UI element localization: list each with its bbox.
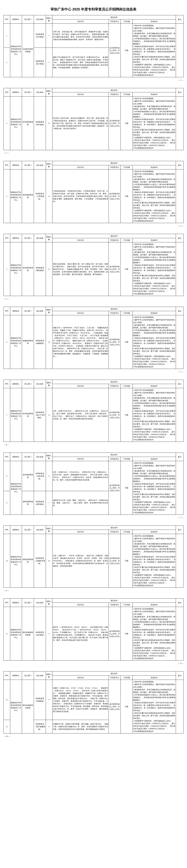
- page-number: — 3 —: [3, 225, 184, 227]
- page-10: 序号招聘单位用人部门岗位名称招聘人数报名条件备注 专业方向学历及学位工作经验其他…: [3, 671, 184, 737]
- th-num: 招聘人数: [46, 15, 52, 24]
- page-8: 序号招聘单位用人部门岗位名称招聘人数报名条件备注 专业方向学历及学位工作经验其他…: [3, 526, 184, 591]
- recruitment-table-p9: 序号招聘单位用人部门岗位名称招聘人数报名条件备注 专业方向学历及学位工作经验其他…: [3, 598, 184, 660]
- cell-major: 光学工程、光电信息工程、光学仪器及技术、测量技术与仪器、仪器科学与技术、电子信息…: [52, 24, 109, 48]
- page-7: 序号招聘单位用人部门岗位名称招聘人数报名条件备注 专业方向学历及学位工作经验其他…: [3, 453, 184, 519]
- page-9: 序号招聘单位用人部门岗位名称招聘人数报名条件备注 专业方向学历及学位工作经验其他…: [3, 598, 184, 664]
- th-exp: 工作经验: [120, 20, 133, 24]
- page-number: — 9 —: [3, 662, 184, 664]
- table-row: 6国家知识产权局专利局专利审查协作广东中心机械发明审查部 专利审查员（机械领域）…: [4, 315, 184, 369]
- page-6: 序号招聘单位用人部门岗位名称招聘人数报名条件备注 专业方向学历及学位工作经验其他…: [3, 380, 184, 446]
- page-number: — 1 —: [3, 79, 184, 81]
- page-number: — 6 —: [3, 443, 184, 446]
- th-post: 岗位名称: [34, 15, 46, 24]
- th-seq: 序号: [4, 15, 10, 24]
- cell-post: 专利审查员（显示领域）: [34, 48, 46, 77]
- th-unit: 招聘单位: [10, 15, 22, 24]
- th-other: 其他条件: [133, 20, 176, 24]
- page-2: 序号 招聘单位 用人部门 岗位名称 招聘人数 报名条件 备注 专业方向 学历及学…: [3, 88, 184, 154]
- table-row: 8国家知识产权局专利局专利审查协作广东中心 化学发明审查部 专利审查员（电化学领…: [4, 461, 184, 491]
- cell-num: 7: [46, 24, 52, 48]
- page-number: — 7 —: [3, 517, 184, 519]
- recruitment-table-p6: 序号招聘单位用人部门岗位名称招聘人数报名条件备注 专业方向学历及学位工作经验其他…: [3, 380, 184, 442]
- page-number: — 5 —: [3, 371, 184, 373]
- page-5: 序号招聘单位用人部门岗位名称招聘人数报名条件备注 专业方向学历及学位工作经验其他…: [3, 307, 184, 373]
- cell-major: 微电子学与固体电子学、电子科学与技术（仅限080903方向）、集成电路工程、微电…: [52, 48, 109, 77]
- cell-remark: [176, 24, 184, 77]
- recruitment-table-p7: 序号招聘单位用人部门岗位名称招聘人数报名条件备注 专业方向学历及学位工作经验其他…: [3, 453, 184, 515]
- table-header: 序号 招聘单位 用人部门 岗位名称 招聘人数 报名条件 备注 专业方向 学历及学…: [4, 15, 184, 24]
- recruitment-table-p10: 序号招聘单位用人部门岗位名称招聘人数报名条件备注 专业方向学历及学位工作经验其他…: [3, 671, 184, 734]
- table-row: 1 国家知识产权局专利局专利审查协作广东中心 光电技术发明审查部 专利审查员（光…: [4, 24, 184, 48]
- th-cond: 报名条件: [52, 15, 176, 20]
- table-row: 12国家知识产权局专利局专利审查协作广东中心 医药生物发明审查部 专利审查员（生…: [4, 680, 184, 720]
- table-row: 5国家知识产权局专利局专利审查协作广东中心电学发明审查部 专利审查员（通信领域）…: [4, 242, 184, 296]
- page-4: 序号招聘单位用人部门岗位名称招聘人数报名条件备注 专业方向学历及学位工作经验其他…: [3, 234, 184, 300]
- cell-num: 7: [46, 48, 52, 77]
- table-row: 3 国家知识产权局专利局专利审查协作广东中心 电学发明审查部 专利审查员（电学领…: [4, 96, 184, 150]
- cell-seq: 1: [4, 24, 10, 48]
- recruitment-table-p5: 序号招聘单位用人部门岗位名称招聘人数报名条件备注 专业方向学历及学位工作经验其他…: [3, 307, 184, 369]
- cell-seq: 2: [4, 48, 10, 77]
- recruitment-table-p4: 序号招聘单位用人部门岗位名称招聘人数报名条件备注 专业方向学历及学位工作经验其他…: [3, 234, 184, 296]
- cell-edu: 全日制本科及以上学历、学士及以上学位: [109, 24, 121, 77]
- page-number: — 8 —: [3, 589, 184, 591]
- cell-post: 专利审查员（光学领域）: [34, 24, 46, 48]
- table-row: 7国家知识产权局专利局专利审查协作广东中心化学发明审查部 专利审查员（高分子化学…: [4, 388, 184, 442]
- table-row: 4国家知识产权局专利局专利审查协作广东中心电学发明审查部 专利审查员（计算机领域…: [4, 169, 184, 223]
- cell-dept: 光电技术发明审查部: [22, 24, 34, 77]
- document-title: 审协广东中心 2025 年度专利审查员公开招聘岗位信息表: [3, 7, 184, 12]
- cell-exp: 不限: [120, 24, 133, 77]
- cell-other: 1.具有中华人民共和国国籍； 2.拥护中华人民共和国宪法，拥护中国共产党领导和社…: [133, 24, 176, 77]
- page-3: 序号招聘单位用人部门岗位名称招聘人数报名条件备注 专业方向学历及学位工作经验其他…: [3, 161, 184, 227]
- th-remark: 备注: [176, 15, 184, 24]
- page-number: — 10 —: [3, 735, 184, 737]
- page-number: — 2 —: [3, 152, 184, 154]
- th-edu: 学历及学位: [109, 20, 121, 24]
- table-row: 10国家知识产权局专利局专利审查协作广东中心材料发明审查部 专利审查员（药物化学…: [4, 534, 184, 588]
- recruitment-table-p2: 序号 招聘单位 用人部门 岗位名称 招聘人数 报名条件 备注 专业方向 学历及学…: [3, 88, 184, 150]
- page-number: — 4 —: [3, 298, 184, 300]
- th-major: 专业方向: [52, 20, 109, 24]
- recruitment-table-p1: 序号 招聘单位 用人部门 岗位名称 招聘人数 报名条件 备注 专业方向 学历及学…: [3, 15, 184, 77]
- recruitment-table-p3: 序号招聘单位用人部门岗位名称招聘人数报名条件备注 专业方向学历及学位工作经验其他…: [3, 161, 184, 223]
- recruitment-table-p8: 序号招聘单位用人部门岗位名称招聘人数报名条件备注 专业方向学历及学位工作经验其他…: [3, 526, 184, 588]
- page-1: 审协广东中心 2025 年度专利审查员公开招聘岗位信息表 序号 招聘单位 用人部…: [3, 7, 184, 81]
- th-dept: 用人部门: [22, 15, 34, 24]
- cell-unit: 国家知识产权局专利局专利审查协作广东中心: [10, 24, 22, 77]
- table-row: 11国家知识产权局专利局专利审查协作广东中心医药生物发明审查部 专利审查员（农业…: [4, 607, 184, 660]
